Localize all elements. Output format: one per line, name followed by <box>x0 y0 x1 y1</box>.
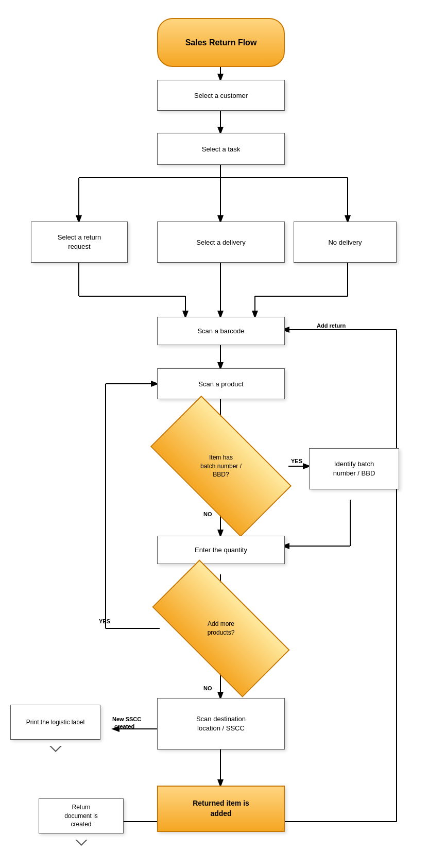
no-delivery-node: No delivery <box>294 222 397 263</box>
no-label-more: NO <box>203 685 212 691</box>
select-delivery-node: Select a delivery <box>157 222 285 263</box>
select-customer-node: Select a customer <box>157 80 285 111</box>
select-return-request-node: Select a returnrequest <box>31 222 128 263</box>
scan-destination-node: Scan destinationlocation / SSCC <box>157 698 285 750</box>
yes-label-more: YES <box>99 618 110 624</box>
yes-label-batch: YES <box>291 458 302 464</box>
start-node: Sales Return Flow <box>157 18 285 67</box>
scan-product-node: Scan a product <box>157 368 285 399</box>
add-more-products-node: Add moreproducts? <box>157 595 285 662</box>
enter-quantity-node: Enter the quantity <box>157 536 285 564</box>
item-has-batch-node: Item hasbatch number /BBD? <box>157 430 285 502</box>
new-sscc-label: New SSCC <box>112 716 141 722</box>
return-document-node: Returndocument iscreated <box>39 798 124 840</box>
returned-item-node: Returned item isadded <box>157 786 285 832</box>
select-task-node: Select a task <box>157 133 285 165</box>
identify-batch-node: Identify batchnumber / BBD <box>309 448 399 489</box>
scan-barcode-node: Scan a barcode <box>157 317 285 345</box>
flowchart: YES NO YES NO Add return New SSCC create… <box>0 0 428 868</box>
no-label-batch: NO <box>203 511 212 517</box>
print-logistic-node: Print the logistic label <box>10 705 100 746</box>
new-sscc-label2: created <box>114 723 134 729</box>
add-return-label: Add return <box>317 322 346 329</box>
